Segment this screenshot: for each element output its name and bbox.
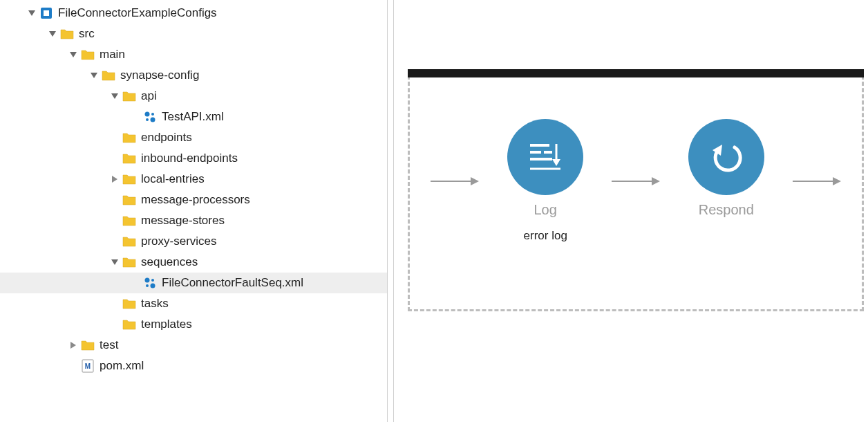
svg-text:M: M: [85, 363, 91, 370]
folder-icon: [122, 131, 137, 145]
tree-item-local-entries[interactable]: local-entries: [0, 169, 387, 190]
svg-marker-28: [552, 159, 560, 166]
svg-marker-0: [28, 10, 35, 16]
node-label: Respond: [699, 202, 754, 218]
tree-item-templates[interactable]: templates: [0, 314, 387, 335]
node-sublabel: [724, 229, 728, 243]
tree-item-proxy-services[interactable]: proxy-services: [0, 231, 387, 252]
tree-label: local-entries: [141, 172, 205, 186]
svg-point-13: [145, 278, 150, 283]
svg-point-15: [146, 284, 149, 287]
svg-point-7: [145, 112, 150, 117]
tree-label: sequences: [141, 255, 198, 269]
tree-item-main[interactable]: main: [0, 44, 387, 65]
svg-point-10: [151, 118, 155, 122]
tree-item-testapi-xml[interactable]: TestAPI.xml: [0, 107, 387, 127]
tree-label: FileConnectorExampleConfigs: [58, 6, 217, 20]
svg-marker-11: [112, 176, 117, 183]
log-icon: [507, 119, 583, 195]
svg-point-14: [151, 279, 154, 282]
tree-label: FileConnectorFaultSeq.xml: [162, 276, 303, 290]
folder-icon: [122, 172, 137, 186]
sequence-file-icon: [142, 110, 158, 124]
svg-marker-30: [652, 177, 660, 185]
tree-label: templates: [141, 318, 192, 331]
diagram-flow: Log error log Respond: [410, 119, 862, 243]
tree-item-endpoints[interactable]: endpoints: [0, 127, 387, 148]
tree-label: proxy-services: [141, 235, 217, 248]
svg-point-8: [151, 113, 154, 116]
chevron-down-icon[interactable]: [47, 28, 58, 39]
chevron-down-icon[interactable]: [109, 257, 120, 268]
node-sublabel: error log: [524, 229, 567, 243]
tree-item-fault-seq-xml[interactable]: FileConnectorFaultSeq.xml: [0, 273, 387, 293]
tree-item-inbound-endpoints[interactable]: inbound-endpoints: [0, 148, 387, 169]
tree-label: message-stores: [141, 214, 225, 228]
tree-label: endpoints: [141, 131, 192, 145]
sequence-file-icon: [142, 276, 158, 290]
folder-icon: [122, 255, 137, 269]
tree-label: TestAPI.xml: [162, 110, 224, 124]
svg-marker-33: [833, 177, 841, 185]
svg-point-16: [151, 284, 155, 288]
tree-label: message-processors: [141, 193, 250, 207]
tree-item-tasks[interactable]: tasks: [0, 293, 387, 314]
folder-icon: [122, 235, 137, 248]
chevron-down-icon[interactable]: [88, 70, 100, 81]
tree-label: src: [79, 27, 95, 41]
tree-label: test: [100, 338, 118, 352]
svg-point-9: [146, 118, 149, 121]
sequence-diagram-panel: Log error log Respond: [394, 0, 868, 422]
tree-item-synapse-config[interactable]: synapse-config: [0, 65, 387, 86]
project-tree-panel: FileConnectorExampleConfigs src main syn…: [0, 0, 387, 422]
diagram-node-log[interactable]: Log error log: [507, 119, 583, 243]
folder-icon: [80, 48, 95, 62]
svg-marker-12: [111, 259, 118, 265]
folder-icon: [122, 193, 137, 207]
tree-item-message-stores[interactable]: message-stores: [0, 210, 387, 231]
svg-marker-17: [70, 342, 76, 349]
tree-label: tasks: [141, 297, 169, 311]
tree-item-test[interactable]: test: [0, 335, 387, 356]
diagram-container[interactable]: Log error log Respond: [408, 69, 864, 311]
folder-icon: [122, 318, 137, 331]
svg-marker-5: [91, 73, 97, 78]
tree-label: pom.xml: [100, 359, 144, 373]
flow-arrow-icon: [793, 174, 841, 188]
folder-icon: [59, 27, 75, 41]
project-icon: [39, 6, 54, 20]
flow-arrow-icon: [431, 174, 479, 188]
chevron-down-icon[interactable]: [68, 49, 79, 60]
folder-icon: [122, 89, 137, 103]
folder-icon: [122, 152, 137, 165]
svg-marker-6: [111, 93, 118, 99]
chevron-right-icon[interactable]: [68, 340, 79, 351]
panel-divider[interactable]: [387, 0, 394, 422]
chevron-down-icon[interactable]: [109, 91, 120, 102]
tree-item-sequences[interactable]: sequences: [0, 252, 387, 273]
diagram-node-respond[interactable]: Respond: [688, 119, 764, 243]
folder-icon: [101, 68, 116, 82]
respond-icon: [688, 119, 764, 195]
svg-rect-2: [44, 10, 49, 16]
tree-item-message-processors[interactable]: message-processors: [0, 190, 387, 210]
tree-label: api: [141, 89, 157, 103]
folder-icon: [122, 214, 137, 228]
diagram-title-bar[interactable]: [408, 69, 864, 77]
tree-item-pom-xml[interactable]: M pom.xml: [0, 356, 387, 376]
svg-marker-21: [471, 177, 479, 185]
tree-label: inbound-endpoints: [141, 152, 238, 165]
flow-arrow-icon: [612, 174, 660, 188]
chevron-right-icon[interactable]: [109, 174, 120, 185]
tree-label: main: [100, 48, 125, 62]
chevron-down-icon[interactable]: [26, 8, 37, 19]
tree-label: synapse-config: [120, 68, 199, 82]
folder-icon: [80, 338, 95, 352]
tree-item-src[interactable]: src: [0, 24, 387, 44]
node-label: Log: [534, 202, 557, 218]
tree-item-api[interactable]: api: [0, 86, 387, 107]
svg-marker-4: [70, 52, 77, 57]
tree-item-project[interactable]: FileConnectorExampleConfigs: [0, 3, 387, 24]
folder-icon: [122, 297, 137, 311]
maven-file-icon: M: [80, 359, 95, 373]
